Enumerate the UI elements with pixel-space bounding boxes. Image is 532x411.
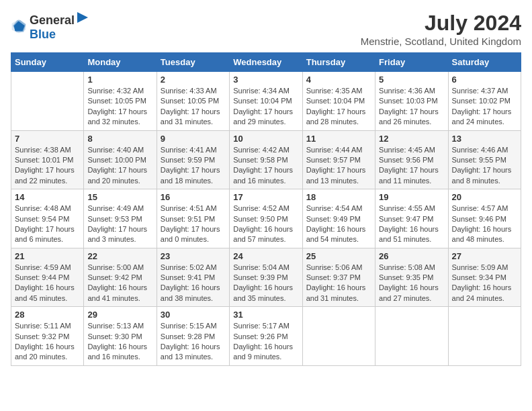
calendar-cell: 22Sunrise: 5:00 AM Sunset: 9:42 PM Dayli… — [84, 248, 157, 307]
day-number: 24 — [233, 251, 298, 261]
day-info: Sunrise: 5:09 AM Sunset: 9:34 PM Dayligh… — [452, 263, 517, 304]
day-number: 19 — [379, 192, 444, 202]
day-number: 4 — [306, 75, 371, 85]
day-number: 26 — [379, 251, 444, 261]
logo: General Blue — [11, 11, 89, 42]
calendar-cell: 21Sunrise: 4:59 AM Sunset: 9:44 PM Dayli… — [11, 248, 84, 307]
day-number: 7 — [15, 134, 80, 144]
day-info: Sunrise: 4:42 AM Sunset: 9:58 PM Dayligh… — [233, 145, 298, 187]
day-info: Sunrise: 4:38 AM Sunset: 10:01 PM Daylig… — [15, 145, 80, 187]
calendar-week-row: 21Sunrise: 4:59 AM Sunset: 9:44 PM Dayli… — [11, 248, 521, 307]
day-number: 2 — [161, 75, 226, 85]
weekday-header-row: SundayMondayTuesdayWednesdayThursdayFrid… — [11, 53, 521, 72]
day-info: Sunrise: 4:35 AM Sunset: 10:04 PM Daylig… — [306, 86, 371, 128]
weekday-header-monday: Monday — [84, 53, 157, 72]
title-area: July 2024 Menstrie, Scotland, United Kin… — [361, 11, 521, 47]
calendar-cell: 16Sunrise: 4:51 AM Sunset: 9:51 PM Dayli… — [157, 189, 229, 248]
day-number: 10 — [233, 134, 298, 144]
calendar-week-row: 14Sunrise: 4:48 AM Sunset: 9:54 PM Dayli… — [11, 189, 521, 248]
day-number: 13 — [452, 134, 517, 144]
calendar-cell: 9Sunrise: 4:41 AM Sunset: 9:59 PM Daylig… — [157, 130, 229, 189]
day-info: Sunrise: 4:55 AM Sunset: 9:47 PM Dayligh… — [379, 203, 444, 245]
calendar-cell: 14Sunrise: 4:48 AM Sunset: 9:54 PM Dayli… — [11, 189, 84, 248]
day-number: 16 — [161, 192, 226, 202]
day-info: Sunrise: 5:00 AM Sunset: 9:42 PM Dayligh… — [87, 263, 152, 304]
day-info: Sunrise: 5:08 AM Sunset: 9:35 PM Dayligh… — [379, 263, 444, 304]
day-number: 14 — [15, 192, 80, 202]
weekday-header-thursday: Thursday — [302, 53, 375, 72]
day-number: 1 — [87, 75, 152, 85]
day-info: Sunrise: 5:13 AM Sunset: 9:30 PM Dayligh… — [87, 321, 152, 363]
calendar-cell: 15Sunrise: 4:49 AM Sunset: 9:53 PM Dayli… — [84, 189, 157, 248]
day-info: Sunrise: 4:49 AM Sunset: 9:53 PM Dayligh… — [87, 203, 152, 245]
logo-text-block: General Blue — [30, 11, 89, 42]
calendar-table: SundayMondayTuesdayWednesdayThursdayFrid… — [11, 52, 521, 366]
day-info: Sunrise: 4:48 AM Sunset: 9:54 PM Dayligh… — [15, 203, 80, 245]
calendar-cell: 24Sunrise: 5:04 AM Sunset: 9:39 PM Dayli… — [230, 248, 302, 307]
calendar-cell — [375, 307, 448, 366]
weekday-header-sunday: Sunday — [11, 53, 84, 72]
calendar-cell — [11, 72, 84, 131]
day-number: 8 — [87, 134, 152, 144]
day-number: 31 — [233, 310, 298, 320]
day-info: Sunrise: 4:45 AM Sunset: 9:56 PM Dayligh… — [379, 145, 444, 187]
calendar-cell: 5Sunrise: 4:36 AM Sunset: 10:03 PM Dayli… — [375, 72, 448, 131]
calendar-cell: 2Sunrise: 4:33 AM Sunset: 10:05 PM Dayli… — [157, 72, 229, 131]
day-number: 3 — [233, 75, 298, 85]
calendar-cell: 29Sunrise: 5:13 AM Sunset: 9:30 PM Dayli… — [84, 307, 157, 366]
calendar-cell: 20Sunrise: 4:57 AM Sunset: 9:46 PM Dayli… — [448, 189, 521, 248]
day-info: Sunrise: 4:33 AM Sunset: 10:05 PM Daylig… — [161, 86, 226, 128]
calendar-cell: 3Sunrise: 4:34 AM Sunset: 10:04 PM Dayli… — [230, 72, 302, 131]
calendar-cell: 12Sunrise: 4:45 AM Sunset: 9:56 PM Dayli… — [375, 130, 448, 189]
calendar-cell: 26Sunrise: 5:08 AM Sunset: 9:35 PM Dayli… — [375, 248, 448, 307]
calendar-cell: 4Sunrise: 4:35 AM Sunset: 10:04 PM Dayli… — [302, 72, 375, 131]
day-info: Sunrise: 5:17 AM Sunset: 9:26 PM Dayligh… — [233, 321, 298, 363]
day-info: Sunrise: 5:02 AM Sunset: 9:41 PM Dayligh… — [161, 263, 226, 304]
day-number: 23 — [161, 251, 226, 261]
day-number: 30 — [161, 310, 226, 320]
weekday-header-wednesday: Wednesday — [230, 53, 302, 72]
day-number: 28 — [15, 310, 80, 320]
location-subtitle: Menstrie, Scotland, United Kingdom — [361, 36, 521, 47]
calendar-cell: 19Sunrise: 4:55 AM Sunset: 9:47 PM Dayli… — [375, 189, 448, 248]
calendar-cell: 7Sunrise: 4:38 AM Sunset: 10:01 PM Dayli… — [11, 130, 84, 189]
day-info: Sunrise: 4:34 AM Sunset: 10:04 PM Daylig… — [233, 86, 298, 128]
svg-marker-3 — [77, 12, 88, 23]
day-info: Sunrise: 4:51 AM Sunset: 9:51 PM Dayligh… — [161, 203, 226, 245]
day-info: Sunrise: 4:59 AM Sunset: 9:44 PM Dayligh… — [15, 263, 80, 304]
weekday-header-tuesday: Tuesday — [157, 53, 229, 72]
day-number: 25 — [306, 251, 371, 261]
day-info: Sunrise: 4:46 AM Sunset: 9:55 PM Dayligh… — [452, 145, 517, 187]
calendar-cell: 31Sunrise: 5:17 AM Sunset: 9:26 PM Dayli… — [230, 307, 302, 366]
day-info: Sunrise: 4:54 AM Sunset: 9:49 PM Dayligh… — [306, 203, 371, 245]
day-info: Sunrise: 4:32 AM Sunset: 10:05 PM Daylig… — [87, 86, 152, 128]
calendar-cell: 10Sunrise: 4:42 AM Sunset: 9:58 PM Dayli… — [230, 130, 302, 189]
page-header: General Blue July 2024 Menstrie, Scotlan… — [11, 11, 521, 47]
calendar-cell — [302, 307, 375, 366]
calendar-week-row: 28Sunrise: 5:11 AM Sunset: 9:32 PM Dayli… — [11, 307, 521, 366]
calendar-cell: 11Sunrise: 4:44 AM Sunset: 9:57 PM Dayli… — [302, 130, 375, 189]
calendar-cell: 18Sunrise: 4:54 AM Sunset: 9:49 PM Dayli… — [302, 189, 375, 248]
day-number: 22 — [87, 251, 152, 261]
day-number: 6 — [452, 75, 517, 85]
day-info: Sunrise: 4:36 AM Sunset: 10:03 PM Daylig… — [379, 86, 444, 128]
calendar-cell — [448, 307, 521, 366]
calendar-cell: 23Sunrise: 5:02 AM Sunset: 9:41 PM Dayli… — [157, 248, 229, 307]
day-number: 12 — [379, 134, 444, 144]
calendar-cell: 28Sunrise: 5:11 AM Sunset: 9:32 PM Dayli… — [11, 307, 84, 366]
day-info: Sunrise: 5:06 AM Sunset: 9:37 PM Dayligh… — [306, 263, 371, 304]
calendar-cell: 25Sunrise: 5:06 AM Sunset: 9:37 PM Dayli… — [302, 248, 375, 307]
day-info: Sunrise: 5:04 AM Sunset: 9:39 PM Dayligh… — [233, 263, 298, 304]
day-number: 15 — [87, 192, 152, 202]
calendar-cell: 30Sunrise: 5:15 AM Sunset: 9:28 PM Dayli… — [157, 307, 229, 366]
calendar-cell: 13Sunrise: 4:46 AM Sunset: 9:55 PM Dayli… — [448, 130, 521, 189]
day-number: 27 — [452, 251, 517, 261]
day-number: 5 — [379, 75, 444, 85]
day-number: 21 — [15, 251, 80, 261]
logo-general: General — [30, 13, 75, 28]
calendar-week-row: 1Sunrise: 4:32 AM Sunset: 10:05 PM Dayli… — [11, 72, 521, 131]
day-number: 11 — [306, 134, 371, 144]
calendar-cell: 6Sunrise: 4:37 AM Sunset: 10:02 PM Dayli… — [448, 72, 521, 131]
day-info: Sunrise: 4:37 AM Sunset: 10:02 PM Daylig… — [452, 86, 517, 128]
day-info: Sunrise: 4:41 AM Sunset: 9:59 PM Dayligh… — [161, 145, 226, 187]
